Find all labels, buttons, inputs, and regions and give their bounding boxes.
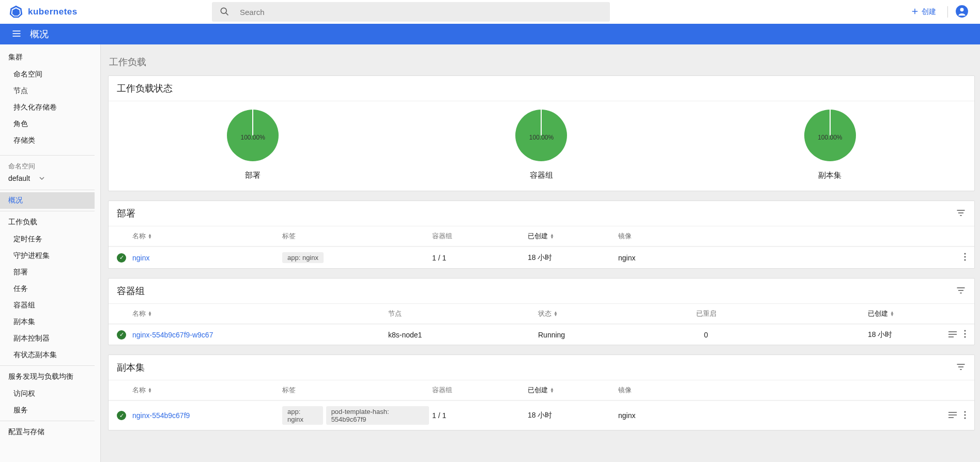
status-ok-icon: ✓ (117, 253, 126, 263)
sidebar-item-cronjob[interactable]: 定时任务 (0, 231, 95, 248)
label-chip: app: nginx (282, 406, 323, 425)
col-name[interactable]: 名称▲▼ (132, 309, 388, 318)
sidebar-item-node[interactable]: 节点 (0, 83, 95, 99)
menu-icon[interactable] (11, 28, 22, 40)
cell-node: k8s-node1 (388, 331, 538, 339)
top-bar: kubernetes 创建 (0, 0, 980, 24)
svg-point-8 (960, 8, 964, 11)
status-ok-icon: ✓ (117, 411, 126, 420)
pods-card: 容器组 名称▲▼ 节点 状态▲▼ 已重启 已创建▲▼ ✓ nginx-554b9… (108, 278, 975, 345)
create-button[interactable]: 创建 (906, 4, 940, 21)
more-icon[interactable] (964, 253, 966, 263)
svg-point-31 (964, 333, 966, 334)
sidebar-item-storageclass[interactable]: 存储类 (0, 132, 95, 149)
sidebar-item-pv[interactable]: 持久化存储卷 (0, 99, 95, 116)
logs-icon[interactable] (948, 331, 957, 339)
svg-point-30 (964, 330, 966, 331)
sort-icon: ▲▼ (550, 234, 554, 239)
svg-point-39 (964, 411, 966, 412)
sidebar-item-ingress[interactable]: 访问权 (0, 386, 95, 402)
sidebar: 集群 命名空间 节点 持久化存储卷 角色 存储类 命名空间 default 概况… (0, 44, 95, 441)
sidebar-head-config[interactable]: 配置与存储 (0, 423, 95, 441)
search-box[interactable] (212, 2, 610, 22)
sidebar-head-workloads[interactable]: 工作负载 (0, 213, 95, 231)
donut-pods: 100.00% 容器组 (397, 109, 685, 180)
cell-restart: 0 (688, 331, 724, 339)
plus-icon (910, 7, 922, 18)
sidebar-item-role[interactable]: 角色 (0, 116, 95, 132)
table-header: 名称▲▼ 标签 容器组 已创建▲▼ 镜像 (109, 226, 974, 247)
donut-pct: 100.00% (514, 134, 568, 141)
col-labels: 标签 (282, 386, 432, 395)
sidebar-item-daemonset[interactable]: 守护进程集 (0, 248, 95, 264)
replicasets-card: 副本集 名称▲▼ 标签 容器组 已创建▲▼ 镜像 ✓ nginx-554b9c6… (108, 355, 975, 430)
svg-point-22 (964, 256, 966, 257)
sidebar-item-replicaset[interactable]: 副本集 (0, 314, 95, 330)
table-row: ✓ nginx app: nginx 1 / 1 18 小时 nginx (109, 247, 974, 268)
logo[interactable]: kubernetes (0, 5, 212, 20)
table-row: ✓ nginx-554b9c67f9 app: nginxpod-templat… (109, 401, 974, 430)
svg-point-40 (964, 414, 966, 415)
deployments-card: 部署 名称▲▼ 标签 容器组 已创建▲▼ 镜像 ✓ nginx app: ngi… (108, 201, 975, 269)
main-content: 工作负载 工作负载状态 100.00% 部署 100.00% 容器组 (101, 44, 980, 455)
sidebar-item-statefulset[interactable]: 有状态副本集 (0, 347, 95, 363)
col-node: 节点 (388, 309, 538, 318)
section-label: 工作负载 (108, 54, 975, 75)
cell-created: 18 小时 (528, 253, 618, 263)
filter-icon[interactable] (956, 285, 966, 297)
sidebar-item-job[interactable]: 任务 (0, 281, 95, 297)
sidebar-head-cluster[interactable]: 集群 (0, 49, 95, 66)
sidebar-item-service[interactable]: 服务 (0, 402, 95, 419)
cell-created: 18 小时 (528, 411, 618, 420)
col-labels: 标签 (282, 232, 432, 241)
cell-image: nginx (618, 411, 930, 420)
more-icon[interactable] (964, 411, 966, 421)
sidebar-item-pod[interactable]: 容器组 (0, 297, 95, 314)
sidebar-head-services[interactable]: 服务发现与负载均衡 (0, 368, 95, 386)
rs-link[interactable]: nginx-554b9c67f9 (132, 411, 190, 420)
col-created[interactable]: 已创建▲▼ (868, 309, 925, 318)
namespace-label: 命名空间 (0, 158, 95, 172)
label-chip: app: nginx (282, 252, 324, 263)
namespace-select[interactable]: default (0, 172, 95, 188)
sidebar-scroll[interactable]: 集群 命名空间 节点 持久化存储卷 角色 存储类 命名空间 default 概况… (0, 44, 101, 455)
card-title-rs: 副本集 (117, 361, 956, 374)
sort-icon: ▲▼ (890, 311, 894, 316)
pod-link[interactable]: nginx-554b9c67f9-w9c67 (132, 331, 213, 339)
sort-icon: ▲▼ (554, 311, 558, 316)
sidebar-item-deployment[interactable]: 部署 (0, 264, 95, 281)
svg-line-4 (226, 12, 228, 15)
col-images: 镜像 (618, 232, 930, 241)
col-created[interactable]: 已创建▲▼ (528, 386, 618, 395)
card-title-status: 工作负载状态 (117, 82, 966, 95)
svg-point-21 (964, 253, 966, 254)
col-state[interactable]: 状态▲▼ (538, 309, 688, 318)
create-label: 创建 (922, 7, 936, 17)
filter-icon[interactable] (956, 208, 966, 220)
cell-pods: 1 / 1 (432, 254, 528, 262)
card-title-deploy: 部署 (117, 207, 956, 220)
divider (947, 6, 948, 18)
deploy-link[interactable]: nginx (132, 254, 149, 262)
sort-icon: ▲▼ (148, 234, 152, 239)
cell-image: nginx (618, 254, 930, 262)
label-chip: pod-template-hash: 554b9c67f9 (326, 406, 429, 425)
search-input[interactable] (240, 8, 603, 17)
col-name[interactable]: 名称▲▼ (132, 232, 282, 241)
more-icon[interactable] (964, 330, 966, 340)
logo-text: kubernetes (28, 7, 78, 17)
sort-icon: ▲▼ (148, 311, 152, 316)
table-row: ✓ nginx-554b9c67f9-w9c67 k8s-node1 Runni… (109, 324, 974, 345)
col-created[interactable]: 已创建▲▼ (528, 232, 618, 241)
breadcrumb-bar: 概况 (0, 24, 980, 44)
user-icon[interactable] (955, 5, 969, 20)
donut-pct: 100.00% (226, 134, 280, 141)
donut-deployments: 100.00% 部署 (109, 109, 397, 180)
filter-icon[interactable] (956, 362, 966, 374)
col-name[interactable]: 名称▲▼ (132, 386, 282, 395)
logs-icon[interactable] (948, 411, 957, 420)
sidebar-item-namespace[interactable]: 命名空间 (0, 66, 95, 83)
workload-status-card: 工作负载状态 100.00% 部署 100.00% 容器组 1 (108, 75, 975, 191)
sidebar-item-overview[interactable]: 概况 (0, 192, 95, 209)
sidebar-item-rc[interactable]: 副本控制器 (0, 330, 95, 347)
